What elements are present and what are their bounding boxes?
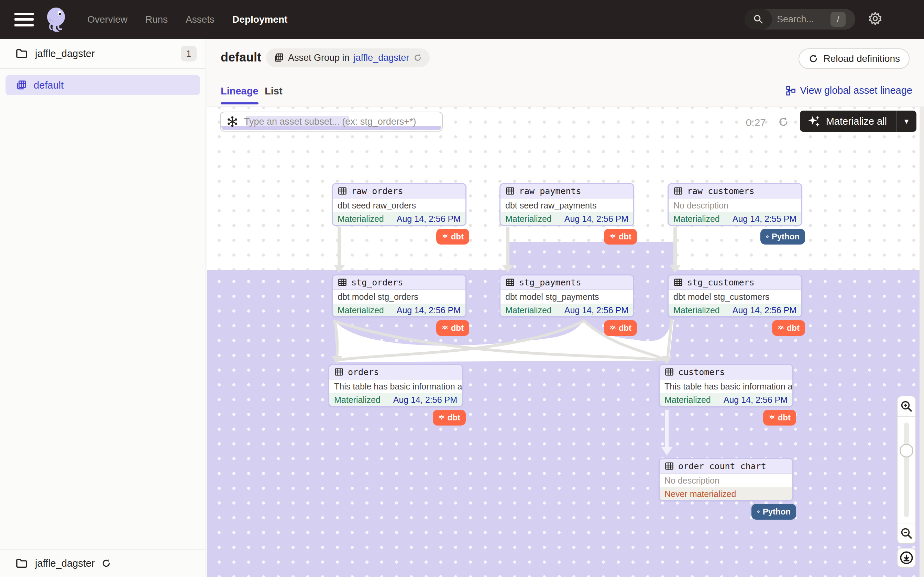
dbt-compute-badge: dbt xyxy=(604,229,637,245)
python-badge-label: Python xyxy=(763,507,791,517)
asset-status-footer: MaterializedAug 14, 2:56 PM xyxy=(333,304,465,317)
status-badge: Materialized xyxy=(674,214,720,224)
asset-subset-query-box[interactable] xyxy=(220,111,443,132)
status-badge: Materialized xyxy=(505,305,552,315)
settings-gear-icon[interactable] xyxy=(865,8,885,29)
asset-status-footer: Never materialized xyxy=(660,487,792,500)
asset-node-header: orders xyxy=(329,365,462,379)
asset-node-order_count_chart[interactable]: order_count_chartNo descriptionNever mat… xyxy=(659,458,793,501)
download-icon xyxy=(900,551,913,565)
dbt-compute-badge: dbt xyxy=(433,410,466,425)
materialization-timestamp: Aug 14, 2:56 PM xyxy=(397,305,460,315)
asset-status-footer: MaterializedAug 14, 2:56 PM xyxy=(333,212,465,225)
view-global-asset-lineage-link[interactable]: View global asset lineage xyxy=(785,85,912,96)
zoom-slider[interactable] xyxy=(898,417,915,523)
sidebar-item-default-group[interactable]: default xyxy=(5,75,200,95)
dbt-logo-icon xyxy=(442,232,448,242)
asset-description: No description xyxy=(660,474,792,487)
zoom-slider-handle[interactable] xyxy=(900,444,913,458)
python-logo-icon xyxy=(757,507,760,517)
top-nav-links: Overview Runs Assets Deployment xyxy=(87,14,288,25)
dbt-logo-icon xyxy=(777,323,784,333)
page-header: default Asset Group in jaffle_dagster Re… xyxy=(207,39,924,106)
nav-overview[interactable]: Overview xyxy=(87,14,128,25)
asset-description: dbt seed raw_payments xyxy=(501,198,633,212)
asset-name: orders xyxy=(348,367,379,377)
nav-deployment[interactable]: Deployment xyxy=(233,14,288,25)
asset-node-raw_payments[interactable]: raw_paymentsdbt seed raw_paymentsMateria… xyxy=(499,183,634,226)
status-badge: Materialized xyxy=(338,305,384,315)
materialization-timestamp: Aug 14, 2:56 PM xyxy=(564,214,628,224)
nav-runs[interactable]: Runs xyxy=(145,14,168,25)
asset-group-location-link[interactable]: jaffle_dagster xyxy=(354,53,409,63)
asset-node-stg_payments[interactable]: stg_paymentsdbt model stg_paymentsMateri… xyxy=(499,274,634,318)
asset-description: dbt seed raw_orders xyxy=(333,198,465,212)
dbt-compute-badge: dbt xyxy=(436,229,469,245)
tab-lineage[interactable]: Lineage xyxy=(221,85,258,97)
lineage-graph-icon xyxy=(785,85,796,96)
dbt-badge-label: dbt xyxy=(447,413,460,422)
asset-node-stg_customers[interactable]: stg_customersdbt model stg_customersMate… xyxy=(667,274,802,318)
code-location-name: jaffle_dagster xyxy=(35,48,181,60)
asset-node-header: raw_customers xyxy=(669,184,801,198)
asset-node-header: stg_payments xyxy=(501,276,633,290)
refresh-icon[interactable] xyxy=(777,116,789,129)
sparkles-icon xyxy=(808,114,821,128)
chevron-down-icon[interactable]: ▾ xyxy=(897,116,916,126)
dagster-logo[interactable] xyxy=(45,7,68,32)
table-icon xyxy=(338,186,347,196)
view-global-asset-lineage-label: View global asset lineage xyxy=(800,85,912,96)
sidebar-code-location-row[interactable]: jaffle_dagster 1 xyxy=(0,39,205,69)
asset-description: dbt model stg_customers xyxy=(669,290,801,304)
top-nav-bar: Overview Runs Assets Deployment / xyxy=(0,0,924,39)
folder-icon xyxy=(16,558,27,569)
materialize-all-button[interactable]: Materialize all ▾ xyxy=(800,111,916,132)
asset-node-customers[interactable]: customersThis table has basic informatio… xyxy=(659,364,793,407)
download-graph-button[interactable] xyxy=(897,548,916,568)
asset-node-header: customers xyxy=(660,365,792,379)
python-logo-icon xyxy=(766,232,769,242)
zoom-in-button[interactable] xyxy=(898,396,915,417)
refresh-icon[interactable] xyxy=(413,53,422,62)
reload-definitions-button[interactable]: Reload definitions xyxy=(798,48,909,69)
location-count-badge: 1 xyxy=(181,46,197,61)
zoom-controls xyxy=(897,396,916,544)
search-icon xyxy=(745,9,772,29)
asset-name: stg_customers xyxy=(687,277,754,287)
footer-location-name: jaffle_dagster xyxy=(35,558,95,569)
refresh-icon[interactable] xyxy=(101,558,111,569)
asset-status-footer: MaterializedAug 14, 2:56 PM xyxy=(501,212,633,225)
dbt-logo-icon xyxy=(609,232,616,242)
materialization-timestamp: Aug 14, 2:56 PM xyxy=(733,305,796,315)
asset-description: This table has basic information about .… xyxy=(329,379,462,393)
dbt-logo-icon xyxy=(442,323,448,333)
search-input[interactable] xyxy=(777,14,829,25)
asset-node-stg_orders[interactable]: stg_ordersdbt model stg_ordersMaterializ… xyxy=(332,274,467,318)
vertical-scrollbar[interactable] xyxy=(919,107,924,577)
refresh-icon xyxy=(808,53,819,64)
asset-group-prefix: Asset Group in xyxy=(288,53,350,63)
hamburger-menu-icon[interactable] xyxy=(15,13,34,26)
asset-subset-input[interactable] xyxy=(244,116,436,127)
asset-status-footer: MaterializedAug 14, 2:56 PM xyxy=(669,304,801,317)
dbt-badge-label: dbt xyxy=(619,232,632,242)
status-badge: Materialized xyxy=(334,395,381,405)
nav-assets[interactable]: Assets xyxy=(186,14,215,25)
asset-node-orders[interactable]: ordersThis table has basic information a… xyxy=(328,364,463,407)
asset-node-raw_customers[interactable]: raw_customersNo descriptionMaterializedA… xyxy=(667,183,802,226)
status-badge: Materialized xyxy=(664,395,711,405)
global-search[interactable]: / xyxy=(745,9,855,29)
asset-name: stg_orders xyxy=(351,277,403,287)
asset-node-raw_orders[interactable]: raw_ordersdbt seed raw_ordersMaterialize… xyxy=(332,183,467,226)
materialization-timestamp: Aug 14, 2:56 PM xyxy=(564,305,628,315)
table-icon xyxy=(505,277,515,287)
tab-list[interactable]: List xyxy=(265,85,283,97)
dbt-compute-badge: dbt xyxy=(436,320,469,336)
asset-name: stg_payments xyxy=(519,277,581,287)
refresh-timer: 0:27 xyxy=(746,117,766,129)
table-icon xyxy=(664,367,674,377)
zoom-out-button[interactable] xyxy=(898,523,915,543)
lineage-graph-canvas[interactable]: 0:27 Materialize all ▾ raw_ordersdbt see… xyxy=(207,107,924,577)
python-badge-label: Python xyxy=(772,232,800,242)
asset-status-footer: MaterializedAug 14, 2:56 PM xyxy=(329,393,462,406)
